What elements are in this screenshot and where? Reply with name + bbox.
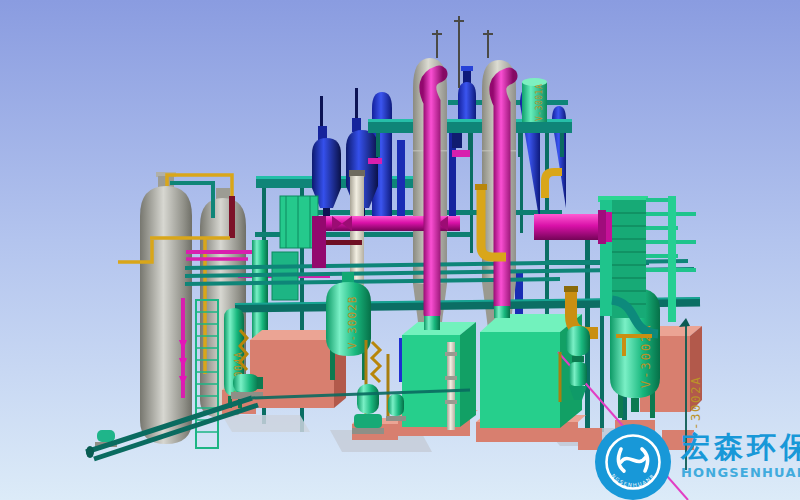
green-tank-boxes xyxy=(402,314,582,428)
crystallizer-vessels xyxy=(312,88,382,216)
vessel-v3001a: V-3001A xyxy=(522,78,547,122)
logo-company-name-en: HONGSENHUANBAO xyxy=(681,466,800,479)
watermark-logo-text: 宏森环保 HONGSENHUANBAO xyxy=(681,433,800,479)
logo-company-name-cn: 宏森环保 xyxy=(681,433,800,462)
label-v3002b: V-3002B xyxy=(346,296,359,349)
label-v3001a: V-3001A xyxy=(535,84,544,121)
plant-3d-render: V-3002B V-3004A V-3002A V-3001A xyxy=(0,0,800,500)
label-leader-3002a: -3002A xyxy=(688,376,703,430)
vessel-v3002b: V-3002B xyxy=(326,272,371,380)
cad-viewport: V-3002B V-3004A V-3002A V-3001A xyxy=(0,0,800,500)
